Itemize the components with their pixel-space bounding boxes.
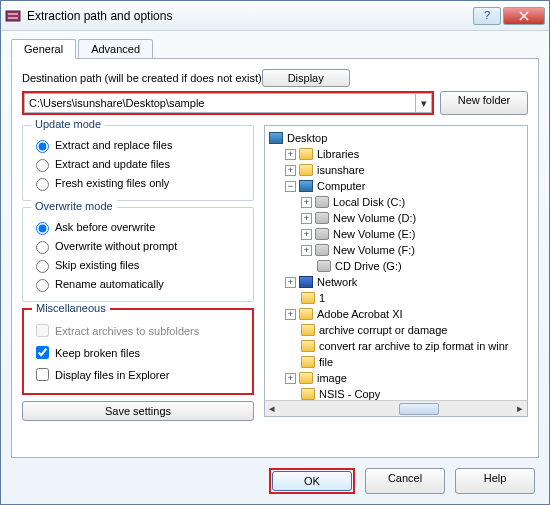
expand-icon[interactable]: +	[301, 229, 312, 240]
computer-icon	[299, 180, 313, 192]
display-button[interactable]: Display	[262, 69, 350, 87]
expand-icon[interactable]: +	[285, 373, 296, 384]
ok-highlight: OK	[269, 468, 355, 494]
radio-extract-update[interactable]: Extract and update files	[31, 156, 245, 172]
drive-icon	[315, 212, 329, 224]
collapse-icon[interactable]: −	[285, 181, 296, 192]
tree-file[interactable]: file	[267, 354, 525, 370]
svg-rect-1	[8, 13, 18, 15]
folder-tree[interactable]: Desktop +Libraries +isunshare −Computer …	[264, 125, 528, 417]
tree-network[interactable]: +Network	[267, 274, 525, 290]
radio-fresh-only[interactable]: Fresh existing files only	[31, 175, 245, 191]
expand-icon[interactable]: +	[285, 149, 296, 160]
tree-vol-f[interactable]: +New Volume (F:)	[267, 242, 525, 258]
dialog-footer: OK Cancel Help	[269, 468, 535, 494]
tree-desktop[interactable]: Desktop	[267, 130, 525, 146]
drive-icon	[315, 244, 329, 256]
network-icon	[299, 276, 313, 288]
destination-label: Destination path (will be created if doe…	[22, 72, 262, 84]
tree-image[interactable]: +image	[267, 370, 525, 386]
misc-title: Miscellaneous	[32, 302, 110, 314]
path-highlight: ▾	[22, 91, 434, 115]
app-icon	[5, 8, 21, 24]
expand-icon[interactable]: +	[285, 165, 296, 176]
folder-icon	[301, 340, 315, 352]
folder-icon	[299, 372, 313, 384]
radio-extract-replace[interactable]: Extract and replace files	[31, 137, 245, 153]
svg-rect-0	[6, 11, 20, 21]
tree-cd-g[interactable]: CD Drive (G:)	[267, 258, 525, 274]
dialog-window: Extraction path and options ? General Ad…	[0, 0, 550, 505]
save-settings-button[interactable]: Save settings	[22, 401, 254, 421]
drive-icon	[315, 196, 329, 208]
folder-icon	[299, 148, 313, 160]
tree-1[interactable]: 1	[267, 290, 525, 306]
tree-nsis[interactable]: NSIS - Copy	[267, 386, 525, 400]
tree-computer[interactable]: −Computer	[267, 178, 525, 194]
overwrite-mode-group: Overwrite mode Ask before overwrite Over…	[22, 207, 254, 302]
tree-isunshare[interactable]: +isunshare	[267, 162, 525, 178]
tab-general[interactable]: General	[11, 39, 76, 59]
folder-icon	[299, 164, 313, 176]
folder-icon	[301, 356, 315, 368]
horizontal-scrollbar[interactable]: ◂ ▸	[265, 400, 527, 416]
check-keep-broken[interactable]: Keep broken files	[32, 343, 244, 362]
desktop-icon	[269, 132, 283, 144]
svg-text:?: ?	[484, 11, 490, 21]
misc-group: Miscellaneous Extract archives to subfol…	[24, 310, 252, 393]
path-dropdown-arrow[interactable]: ▾	[416, 93, 432, 113]
radio-overwrite-noprompt[interactable]: Overwrite without prompt	[31, 238, 245, 254]
scroll-left-arrow[interactable]: ◂	[265, 402, 279, 416]
tree-corrupt[interactable]: archive corrupt or damage	[267, 322, 525, 338]
new-folder-button[interactable]: New folder	[440, 91, 528, 115]
cancel-button[interactable]: Cancel	[365, 468, 445, 494]
check-display-explorer[interactable]: Display files in Explorer	[32, 365, 244, 384]
tab-advanced[interactable]: Advanced	[78, 39, 153, 59]
tree-adobe[interactable]: +Adobe Acrobat XI	[267, 306, 525, 322]
titlebar-help-button[interactable]: ?	[473, 7, 501, 25]
window-title: Extraction path and options	[27, 9, 471, 23]
expand-icon[interactable]: +	[285, 309, 296, 320]
overwrite-mode-title: Overwrite mode	[31, 200, 117, 212]
titlebar: Extraction path and options ?	[1, 1, 549, 31]
expand-icon[interactable]: +	[301, 197, 312, 208]
scroll-right-arrow[interactable]: ▸	[513, 402, 527, 416]
radio-rename-auto[interactable]: Rename automatically	[31, 276, 245, 292]
expand-icon[interactable]: +	[301, 245, 312, 256]
update-mode-title: Update mode	[31, 118, 105, 130]
tree-vol-d[interactable]: +New Volume (D:)	[267, 210, 525, 226]
drive-icon	[315, 228, 329, 240]
radio-skip-existing[interactable]: Skip existing files	[31, 257, 245, 273]
folder-icon	[301, 292, 315, 304]
folder-icon	[301, 388, 315, 400]
cd-drive-icon	[317, 260, 331, 272]
expand-icon[interactable]: +	[285, 277, 296, 288]
tab-panel: Destination path (will be created if doe…	[11, 58, 539, 458]
update-mode-group: Update mode Extract and replace files Ex…	[22, 125, 254, 201]
misc-highlight: Miscellaneous Extract archives to subfol…	[22, 308, 254, 395]
help-button[interactable]: Help	[455, 468, 535, 494]
destination-path-input[interactable]	[24, 93, 416, 113]
ok-button[interactable]: OK	[272, 471, 352, 491]
svg-rect-2	[8, 17, 18, 19]
tree-convert[interactable]: convert rar archive to zip format in win…	[267, 338, 525, 354]
expand-icon[interactable]: +	[301, 213, 312, 224]
close-button[interactable]	[503, 7, 545, 25]
tree-libraries[interactable]: +Libraries	[267, 146, 525, 162]
tree-local-c[interactable]: +Local Disk (C:)	[267, 194, 525, 210]
folder-icon	[299, 308, 313, 320]
tab-strip: General Advanced	[11, 39, 539, 59]
radio-ask-before[interactable]: Ask before overwrite	[31, 219, 245, 235]
folder-icon	[301, 324, 315, 336]
check-extract-subfolders: Extract archives to subfolders	[32, 321, 244, 340]
scroll-thumb[interactable]	[399, 403, 439, 415]
tree-vol-e[interactable]: +New Volume (E:)	[267, 226, 525, 242]
